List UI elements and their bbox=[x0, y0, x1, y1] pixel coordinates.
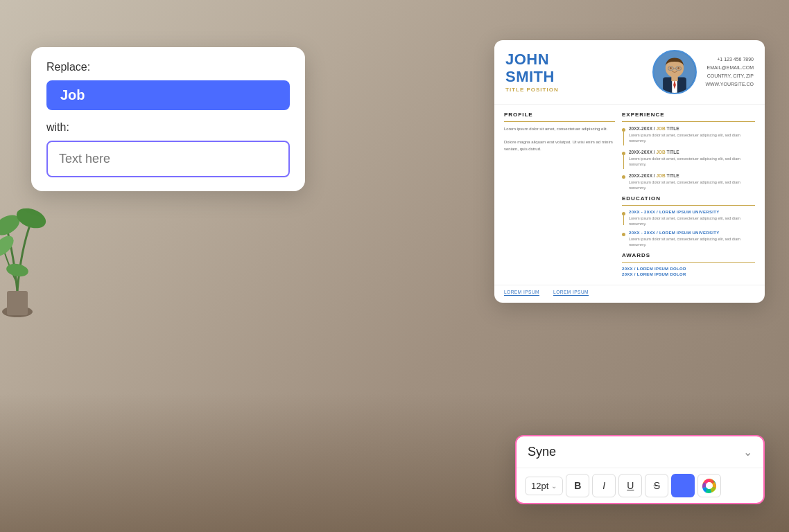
awards-section-title: AWARDS bbox=[622, 252, 755, 258]
replace-label: Replace: bbox=[46, 61, 290, 73]
exp-entry-3: 20XX-20XX / JOB TITLE Lorem ipsum dolor … bbox=[622, 173, 755, 191]
edu-title-2: 20XX - 20XX / LOREM IPSUM UNIVERSITY bbox=[629, 231, 755, 235]
resume-footer: LOREM IPSUM LOREM IPSUM bbox=[494, 285, 765, 303]
underline-button[interactable]: U bbox=[618, 474, 642, 497]
svg-point-3 bbox=[14, 204, 49, 231]
resume-body: PROFILE Lorem ipsum dolor sit amet, cons… bbox=[494, 105, 765, 285]
education-section-title: EDUCATION bbox=[622, 195, 755, 202]
exp-entry-1: 20XX-20XX / JOB TITLE Lorem ipsum dolor … bbox=[622, 126, 755, 145]
education-divider bbox=[622, 205, 755, 206]
color-wheel-icon bbox=[702, 478, 717, 493]
svg-point-19 bbox=[706, 482, 713, 489]
resume-card: JOHN SMITH TITLE POSITION bbox=[494, 40, 765, 303]
exp-date-2: 20XX-20XX / JOB TITLE bbox=[629, 150, 755, 154]
font-chevron-icon: ⌄ bbox=[743, 445, 752, 459]
avatar-image bbox=[654, 50, 695, 94]
resume-header: JOHN SMITH TITLE POSITION bbox=[494, 40, 765, 105]
avatar bbox=[652, 50, 697, 94]
resume-name: JOHN SMITH bbox=[505, 51, 644, 85]
footer-link-2: LOREM IPSUM bbox=[553, 290, 589, 296]
font-size-selector[interactable]: 12pt ⌄ bbox=[525, 477, 563, 495]
award-1: 20XX / LOREM IPSUM DOLOR bbox=[622, 267, 755, 271]
font-size-chevron-icon: ⌄ bbox=[551, 482, 557, 490]
resume-contact: +1 123 456 7890 EMAIL@EMAIL.COM COUNTRY,… bbox=[705, 55, 754, 89]
edu-entry-2: 20XX - 20XX / LOREM IPSUM UNIVERSITY Lor… bbox=[622, 231, 755, 248]
experience-divider bbox=[622, 121, 755, 122]
replacement-text-input[interactable] bbox=[46, 141, 290, 177]
edu-title-1: 20XX - 20XX / LOREM IPSUM UNIVERSITY bbox=[629, 210, 755, 214]
color-fill-button[interactable] bbox=[671, 474, 695, 497]
italic-button[interactable]: I bbox=[592, 474, 616, 497]
font-panel: Syne ⌄ 12pt ⌄ B I U S bbox=[515, 435, 765, 504]
exp-date-3: 20XX-20XX / JOB TITLE bbox=[629, 173, 755, 178]
font-name-label: Syne bbox=[528, 445, 743, 459]
bold-button[interactable]: B bbox=[566, 474, 589, 497]
profile-section-title: PROFILE bbox=[504, 112, 615, 118]
award-2: 20XX / LOREM IPSUM DOLOR bbox=[622, 272, 755, 276]
strikethrough-button[interactable]: S bbox=[645, 474, 668, 497]
font-select-row[interactable]: Syne ⌄ bbox=[517, 436, 763, 468]
exp-entry-2: 20XX-20XX / JOB TITLE Lorem ipsum dolor … bbox=[622, 150, 755, 169]
exp-text-2: Lorem ipsum dolor sit amet, consectetuer… bbox=[629, 156, 755, 168]
svg-point-16 bbox=[678, 67, 680, 69]
replace-tag[interactable]: Job bbox=[46, 80, 290, 110]
experience-section-title: EXPERIENCE bbox=[622, 112, 755, 118]
resume-position-title: TITLE POSITION bbox=[505, 87, 644, 93]
svg-point-15 bbox=[670, 67, 672, 69]
with-label: with: bbox=[46, 121, 290, 134]
font-toolbar: 12pt ⌄ B I U S bbox=[517, 468, 763, 503]
exp-text-3: Lorem ipsum dolor sit amet, consectetuer… bbox=[629, 179, 755, 191]
footer-link-1: LOREM IPSUM bbox=[504, 290, 539, 296]
resume-right-column: EXPERIENCE 20XX-20XX / JOB TITLE Lorem i… bbox=[622, 112, 755, 278]
edu-text-2: Lorem ipsum dolor sit amet, consectetuer… bbox=[629, 236, 755, 248]
font-size-value: 12pt bbox=[531, 481, 548, 491]
profile-divider bbox=[504, 121, 615, 122]
resume-name-section: JOHN SMITH TITLE POSITION bbox=[505, 51, 644, 92]
exp-date-1: 20XX-20XX / JOB TITLE bbox=[629, 126, 755, 131]
profile-text: Lorem ipsum dolor sit amet, consectetuer… bbox=[504, 126, 615, 152]
edu-entry-1: 20XX - 20XX / LOREM IPSUM UNIVERSITY Lor… bbox=[622, 210, 755, 227]
edu-text-1: Lorem ipsum dolor sit amet, consectetuer… bbox=[629, 215, 755, 227]
color-wheel-button[interactable] bbox=[697, 474, 721, 497]
awards-divider bbox=[622, 262, 755, 263]
svg-rect-1 bbox=[7, 291, 28, 315]
resume-left-column: PROFILE Lorem ipsum dolor sit amet, cons… bbox=[504, 112, 615, 278]
svg-point-4 bbox=[0, 232, 17, 260]
exp-text-1: Lorem ipsum dolor sit amet, consectetuer… bbox=[629, 132, 755, 144]
replace-panel: Replace: Job with: bbox=[31, 47, 305, 191]
